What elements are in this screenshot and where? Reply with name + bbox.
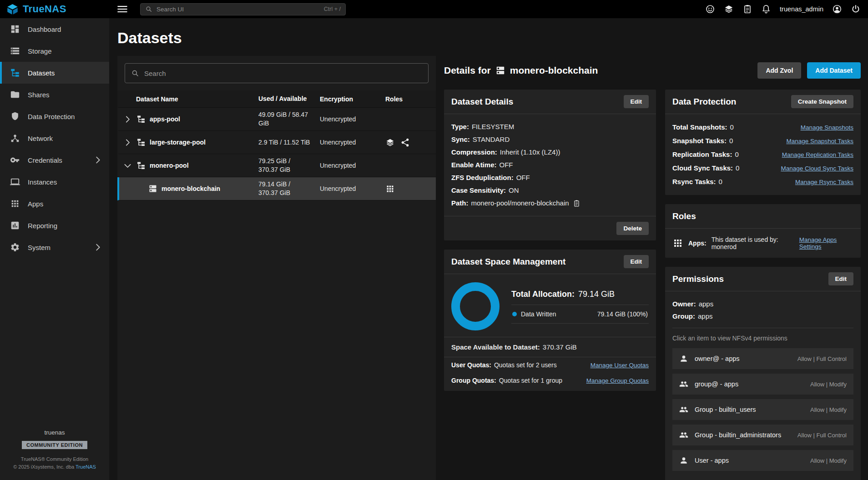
chevron-right-icon: [93, 242, 103, 252]
copy-path-icon[interactable]: [573, 200, 580, 207]
gear-icon: [10, 242, 20, 252]
truenas-logo[interactable]: TrueNAS: [0, 3, 109, 15]
jobs-clipboard-icon[interactable]: [742, 4, 752, 14]
tree-row-monero-blockchain[interactable]: monero-blockchain 79.14 GiB / 370.37 GiB…: [117, 177, 436, 200]
space-donut-chart: [451, 282, 500, 330]
sidebar-item-instances[interactable]: Instances: [0, 171, 109, 193]
global-search-input[interactable]: [156, 6, 320, 13]
sidebar-item-label: Shares: [28, 91, 50, 99]
field-atime: Enable Atime:OFF: [451, 159, 649, 171]
sidebar-item-system[interactable]: System: [0, 236, 109, 258]
dataset-tree-panel: Dataset Name Used / Available Encryption…: [117, 56, 436, 480]
sidebar: Dashboard Storage Datasets Shares Data P…: [0, 18, 109, 480]
snapshot-tasks-row: Snapshot Tasks:0 Manage Snapshot Tasks: [672, 134, 853, 148]
details-dataset-name: monero-blockchain: [510, 65, 598, 76]
global-search[interactable]: Ctrl + /: [140, 3, 346, 15]
card-title: Roles: [672, 211, 696, 221]
sidebar-item-shares[interactable]: Shares: [0, 84, 109, 105]
sidebar-item-dashboard[interactable]: Dashboard: [0, 18, 109, 40]
layers-icon: [385, 138, 395, 147]
permission-item-owner[interactable]: owner@ - apps Allow | Full Control: [672, 348, 853, 369]
field-sync: Sync:STANDARD: [451, 133, 649, 146]
copyright-link[interactable]: TrueNAS: [76, 464, 96, 470]
chevron-right-icon[interactable]: [123, 138, 132, 147]
alerts-bell-icon[interactable]: [761, 4, 771, 14]
field-dedup: ZFS Deduplication:OFF: [451, 171, 649, 184]
bar-chart-icon: [10, 220, 20, 230]
permission-item-builtin-administrators[interactable]: Group - builtin_administrators Allow | F…: [672, 425, 853, 445]
create-snapshot-button[interactable]: Create Snapshot: [791, 95, 853, 108]
permission-item-user-apps[interactable]: User - apps Allow | Modify: [672, 450, 853, 471]
truecommand-layers-icon[interactable]: [724, 4, 734, 14]
group-quotas-row: Group Quotas: Quotas set for 1 group Man…: [444, 373, 656, 391]
edit-space-button[interactable]: Edit: [624, 255, 649, 268]
sidebar-item-data-protection[interactable]: Data Protection: [0, 105, 109, 127]
tree-row-monero-pool[interactable]: monero-pool 79.25 GiB / 370.37 GiB Unenc…: [117, 154, 436, 177]
cloud-sync-tasks-row: Cloud Sync Tasks:0 Manage Cloud Sync Tas…: [672, 161, 853, 175]
dataset-search-input[interactable]: [144, 70, 422, 77]
sidebar-item-storage[interactable]: Storage: [0, 40, 109, 62]
tree-table-header: Dataset Name Used / Available Encryption…: [117, 90, 436, 108]
sidebar-item-label: Apps: [28, 200, 43, 208]
edit-permissions-button[interactable]: Edit: [828, 272, 854, 285]
manage-group-quotas-link[interactable]: Manage Group Quotas: [586, 377, 649, 384]
people-icon: [679, 405, 688, 414]
edit-dataset-details-button[interactable]: Edit: [624, 95, 649, 108]
manage-rsync-tasks-link[interactable]: Manage Rsync Tasks: [795, 175, 853, 189]
dataset-name: monero-blockchain: [161, 185, 220, 192]
person-icon: [679, 354, 688, 363]
manage-snapshot-tasks-link[interactable]: Manage Snapshot Tasks: [786, 135, 853, 148]
user-circle-icon[interactable]: [832, 4, 842, 14]
search-shortcut: Ctrl + /: [324, 6, 341, 12]
card-title: Dataset Space Management: [451, 257, 565, 267]
main-content: Datasets Dataset Name Used / Available E…: [109, 18, 868, 480]
add-dataset-button[interactable]: Add Dataset: [807, 62, 861, 79]
edition-badge: COMMUNITY EDITION: [22, 441, 87, 449]
used-available: 49.09 GiB / 58.47 GiB: [258, 110, 320, 128]
used-available: 79.14 GiB / 370.37 GiB: [258, 180, 320, 197]
tree-row-apps-pool[interactable]: apps-pool 49.09 GiB / 58.47 GiB Unencryp…: [117, 108, 436, 131]
feedback-smiley-icon[interactable]: [705, 4, 715, 14]
field-type: Type:FILESYSTEM: [451, 120, 649, 133]
search-icon: [145, 5, 152, 13]
brand-name: TrueNAS: [23, 3, 66, 15]
person-icon: [679, 456, 688, 465]
chevron-down-icon[interactable]: [123, 161, 132, 170]
space-available-row: Space Available to Dataset:370.37 GiB: [444, 337, 656, 357]
chevron-right-icon[interactable]: [123, 115, 132, 124]
sidebar-item-label: Credentials: [28, 156, 62, 164]
datasets-tree-icon: [10, 68, 20, 78]
manage-user-quotas-link[interactable]: Manage User Quotas: [590, 362, 649, 369]
sidebar-item-apps[interactable]: Apps: [0, 193, 109, 215]
power-icon[interactable]: [851, 4, 861, 14]
delete-dataset-button[interactable]: Delete: [616, 222, 649, 235]
sidebar-item-label: Data Protection: [28, 113, 75, 120]
add-zvol-button[interactable]: Add Zvol: [757, 62, 801, 79]
manage-apps-settings-link[interactable]: Manage Apps Settings: [799, 236, 853, 250]
permission-item-group[interactable]: group@ - apps Allow | Modify: [672, 374, 853, 395]
card-title: Permissions: [672, 274, 724, 284]
data-written-legend: Data Written 79.14 GiB (100%): [511, 305, 649, 324]
roles-cell: [375, 138, 436, 147]
sidebar-item-network[interactable]: Network: [0, 127, 109, 149]
field-compression: Compression:Inherit (1.10x (LZ4)): [451, 146, 649, 159]
apps-grid-icon: [10, 199, 20, 209]
copyright: © 2025 iXsystems, Inc. dba TrueNAS: [4, 463, 106, 471]
sidebar-item-credentials[interactable]: Credentials: [0, 149, 109, 171]
manage-snapshots-link[interactable]: Manage Snapshots: [801, 121, 853, 134]
permission-item-builtin-users[interactable]: Group - builtin_users Allow | Modify: [672, 399, 853, 420]
roles-cell: [375, 184, 436, 194]
sidebar-item-reporting[interactable]: Reporting: [0, 215, 109, 236]
menu-icon[interactable]: [116, 3, 128, 15]
sidebar-item-datasets[interactable]: Datasets: [0, 62, 109, 84]
manage-cloud-sync-tasks-link[interactable]: Manage Cloud Sync Tasks: [781, 162, 853, 175]
username: truenas_admin: [780, 5, 823, 13]
dataset-search[interactable]: [125, 63, 429, 83]
encryption-state: Unencrypted: [320, 162, 375, 169]
permissions-hint: Click an item to view NFSv4 permissions: [672, 335, 853, 342]
manage-replication-tasks-link[interactable]: Manage Replication Tasks: [782, 148, 853, 161]
sidebar-footer: truenas COMMUNITY EDITION TrueNAS® Commu…: [0, 423, 109, 480]
tree-row-large-storage-pool[interactable]: large-storage-pool 2.9 TiB / 11.52 TiB U…: [117, 131, 436, 154]
truenas-logo-icon: [6, 3, 19, 15]
shield-icon: [10, 111, 20, 121]
